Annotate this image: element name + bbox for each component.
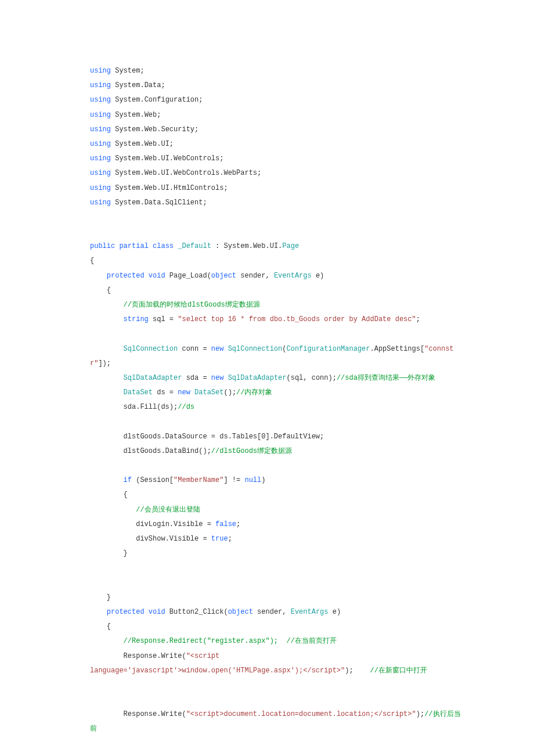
code-line: Response.Write("<script>document.locatio… — [90, 710, 461, 733]
code-line: divShow.Visible = true; — [90, 535, 232, 543]
code-line: { — [90, 491, 128, 499]
comment: //会员没有退出登陆 — [90, 506, 200, 514]
using: using System.Web.UI.HtmlControls; — [90, 184, 228, 192]
class-declaration: public partial class _Default : System.W… — [90, 242, 299, 250]
code-line: DataSet ds = new DataSet();//内存对象 — [90, 388, 273, 397]
code-line: Response.Write("<script — [90, 652, 219, 660]
code-line: dlstGoods.DataBind();//dlstGoods绑定数据源 — [90, 447, 292, 455]
code-line: { — [90, 622, 111, 631]
method-signature: protected void Button2_Click(object send… — [90, 608, 341, 616]
using: using System; — [90, 67, 145, 75]
code-line: if (Session["MemberName"] != null) — [90, 476, 265, 484]
code-line: SqlDataAdapter sda = new SqlDataAdapter(… — [90, 374, 435, 382]
comment: //Response.Redirect("register.aspx"); //… — [90, 637, 337, 645]
code-line: } — [90, 593, 111, 602]
code-line: divLogin.Visible = false; — [90, 520, 240, 528]
using: using System.Configuration; — [90, 96, 203, 104]
code-line: } — [90, 549, 128, 557]
method-signature: protected void Page_Load(object sender, … — [90, 272, 324, 280]
comment: //页面加载的时候给dlstGoods绑定数据源 — [90, 301, 260, 309]
using: using System.Web.UI.WebControls.WebParts… — [90, 169, 261, 177]
code-line: sda.Fill(ds);//ds — [90, 403, 194, 411]
using: using System.Web; — [90, 111, 161, 119]
using: using System.Web.Security; — [90, 125, 199, 134]
using: using System.Data.SqlClient; — [90, 199, 207, 207]
code-line: dlstGoods.DataSource = ds.Tables[0].Defa… — [90, 433, 324, 441]
code-line: language='javascript'>window.open('HTMLP… — [90, 667, 427, 675]
using: using System.Web.UI; — [90, 140, 174, 148]
using: using System.Web.UI.WebControls; — [90, 154, 223, 163]
using: using System.Data; — [90, 81, 165, 89]
code-line: SqlConnection conn = new SqlConnection(C… — [90, 345, 454, 368]
code-block: using System; using System.Data; using S… — [90, 64, 464, 737]
code-line: string sql = "select top 16 * from dbo.t… — [90, 315, 420, 323]
code-document: using System; using System.Data; using S… — [0, 0, 534, 756]
